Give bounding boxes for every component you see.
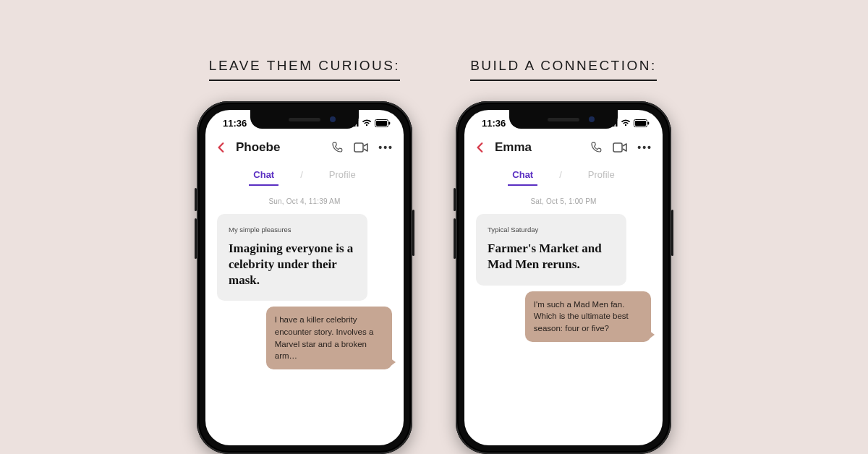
front-camera (330, 116, 336, 122)
tab-profile[interactable]: Profile (328, 165, 357, 184)
more-icon[interactable]: ••• (637, 142, 652, 153)
phone-notch (509, 110, 618, 129)
statusbar-time: 11:36 (223, 118, 247, 129)
header-actions: ••• (590, 141, 652, 154)
chat-timestamp: Sun, Oct 4, 11:39 AM (217, 197, 392, 205)
prompt-label: My simple pleasures (229, 226, 356, 234)
prompt-card: Typical Saturday Farmer's Market and Mad… (476, 214, 626, 286)
stage: LEAVE THEM CURIOUS: 11:36 (0, 0, 868, 454)
contact-name: Phoebe (236, 140, 323, 155)
chat-header: Phoebe ••• (205, 136, 404, 162)
speaker-grill (289, 118, 320, 121)
phone-device: 11:36 Phoebe ••• (197, 101, 412, 454)
heading-right: BUILD A CONNECTION: (470, 58, 657, 81)
reply-row: I'm such a Mad Men fan. Which is the ult… (476, 291, 651, 342)
wifi-icon (362, 119, 372, 127)
chat-body: Sun, Oct 4, 11:39 AM My simple pleasures… (205, 184, 404, 369)
column-left: LEAVE THEM CURIOUS: 11:36 (197, 58, 412, 454)
tab-chat[interactable]: Chat (252, 165, 276, 184)
svg-rect-7 (354, 143, 363, 152)
phone-screen: 11:36 Phoebe ••• (205, 110, 404, 445)
prompt-card: My simple pleasures Imagining everyone i… (217, 214, 367, 301)
prompt-label: Typical Saturday (488, 226, 615, 234)
front-camera (589, 116, 595, 122)
back-icon[interactable] (216, 142, 227, 153)
column-right: BUILD A CONNECTION: 11:36 (456, 58, 671, 454)
video-call-icon[interactable] (354, 142, 368, 153)
phone-call-icon[interactable] (331, 141, 344, 154)
back-icon[interactable] (475, 142, 486, 153)
battery-icon (634, 119, 650, 127)
tab-bar: Chat / Profile (464, 162, 663, 184)
svg-rect-14 (648, 121, 650, 124)
reply-row: I have a killer celebrity encounter stor… (217, 307, 392, 369)
chat-body: Sat, Oct 5, 1:00 PM Typical Saturday Far… (464, 184, 663, 342)
contact-name: Emma (495, 140, 582, 155)
phone-call-icon[interactable] (590, 141, 603, 154)
tab-chat[interactable]: Chat (511, 165, 535, 184)
wifi-icon (621, 119, 631, 127)
video-call-icon[interactable] (613, 142, 627, 153)
phone-device: 11:36 Emma ••• (456, 101, 671, 454)
tab-profile[interactable]: Profile (587, 165, 616, 184)
power-button (412, 210, 414, 256)
header-actions: ••• (331, 141, 393, 154)
more-icon[interactable]: ••• (378, 142, 393, 153)
svg-rect-13 (635, 121, 646, 126)
svg-rect-6 (389, 121, 391, 124)
heading-left: LEAVE THEM CURIOUS: (209, 58, 400, 81)
prompt-text: Imagining everyone is a celebrity under … (229, 241, 356, 288)
tab-separator: / (300, 169, 303, 180)
tab-separator: / (559, 169, 562, 180)
phone-screen: 11:36 Emma ••• (464, 110, 663, 445)
battery-icon (375, 119, 391, 127)
outgoing-message: I have a killer celebrity encounter stor… (266, 307, 392, 369)
prompt-text: Farmer's Market and Mad Men reruns. (488, 241, 615, 273)
chat-header: Emma ••• (464, 136, 663, 162)
chat-timestamp: Sat, Oct 5, 1:00 PM (476, 197, 651, 205)
svg-rect-15 (613, 143, 622, 152)
phone-notch (250, 110, 359, 129)
outgoing-message: I'm such a Mad Men fan. Which is the ult… (525, 291, 651, 342)
speaker-grill (548, 118, 579, 121)
svg-rect-5 (376, 121, 387, 126)
power-button (671, 210, 673, 256)
statusbar-time: 11:36 (482, 118, 506, 129)
tab-bar: Chat / Profile (205, 162, 404, 184)
